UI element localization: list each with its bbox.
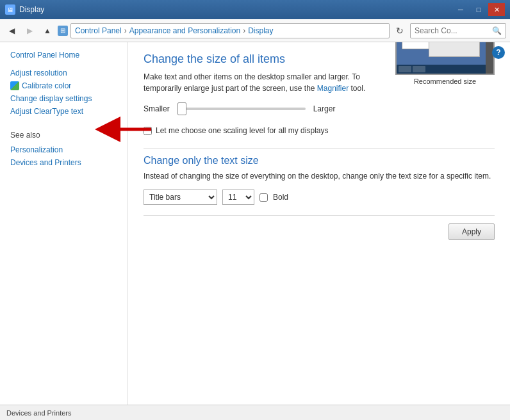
preview-right-strip [486,42,493,74]
close-button[interactable]: ✕ [488,3,505,16]
bold-checkbox[interactable] [259,193,268,202]
sidebar-item-adjust-resolution[interactable]: Adjust resolution [0,67,128,79]
section-divider [144,148,495,149]
sidebar-item-devices-and-printers[interactable]: Devices and Printers [10,156,117,169]
sidebar-item-change-display-settings[interactable]: Change display settings [0,92,128,105]
scaling-checkbox-label: Let me choose one scaling level for all … [156,126,328,135]
section2-title: Change only the text size [144,155,495,166]
apply-button[interactable]: Apply [448,223,495,240]
magnifier-link[interactable]: Magnifier [317,84,349,93]
forward-button[interactable]: ▶ [22,23,37,38]
sidebar-item-calibrate-color[interactable]: Calibrate color [0,79,128,92]
search-icon: 🔍 [492,26,502,35]
preview-taskbar [397,65,493,74]
search-input[interactable] [415,26,492,35]
scaling-checkbox-row: Let me choose one scaling level for all … [144,126,495,135]
address-bar: ◀ ▶ ▲ ⊞ Control Panel › Appearance and P… [0,19,510,42]
shield-icon [10,81,19,90]
larger-label: Larger [313,104,336,113]
title-bar: 🖥 Display ─ □ ✕ [0,0,510,19]
red-arrow-annotation [95,117,152,144]
text-element-dropdown[interactable]: Title bars Menus Message boxes Palette t… [144,190,217,205]
window-title: Display [19,5,44,14]
breadcrumb-control-panel[interactable]: Control Panel [75,26,122,35]
breadcrumb-appearance[interactable]: Appearance and Personalization [129,26,240,35]
window-icon: 🖥 [5,4,15,15]
breadcrumb[interactable]: Control Panel › Appearance and Personali… [70,23,390,38]
sidebar-item-control-panel-home[interactable]: Control Panel Home [0,49,128,61]
status-bar: Devices and Printers [0,405,510,420]
content-area: Recommended size Change the size of all … [128,42,510,405]
main-layout: Control Panel Home Adjust resolution Cal… [0,42,510,405]
breadcrumb-display[interactable]: Display [248,26,273,35]
size-slider-section: Smaller Larger [144,104,495,113]
preview-image [395,42,495,75]
sidebar: Control Panel Home Adjust resolution Cal… [0,42,128,405]
location-icon: ⊞ [58,26,68,36]
bold-label: Bold [273,193,288,202]
search-box: 🔍 [410,23,506,38]
maximize-button[interactable]: □ [470,3,487,16]
size-slider-track[interactable] [177,108,306,110]
section2-desc: Instead of changing the size of everythi… [144,170,495,182]
preview-container: Recommended size [395,42,495,85]
preview-desktop [397,42,493,74]
text-size-row: Title bars Menus Message boxes Palette t… [144,190,495,205]
up-button[interactable]: ▲ [40,23,55,38]
preview-caption: Recommended size [395,77,495,85]
back-button[interactable]: ◀ [4,23,19,38]
sidebar-item-adjust-cleartype[interactable]: Adjust ClearType text [0,105,128,118]
apply-row: Apply [144,215,495,240]
font-size-dropdown[interactable]: 9 10 11 12 14 18 [222,190,254,205]
status-text: Devices and Printers [6,409,72,417]
minimize-button[interactable]: ─ [452,3,469,16]
help-button[interactable]: ? [492,46,505,59]
size-slider-thumb[interactable] [177,102,186,115]
window-controls: ─ □ ✕ [452,3,505,16]
sidebar-item-personalization[interactable]: Personalization [10,143,117,156]
smaller-label: Smaller [144,104,170,113]
refresh-button[interactable]: ↻ [392,23,407,38]
preview-window-2 [429,42,480,57]
